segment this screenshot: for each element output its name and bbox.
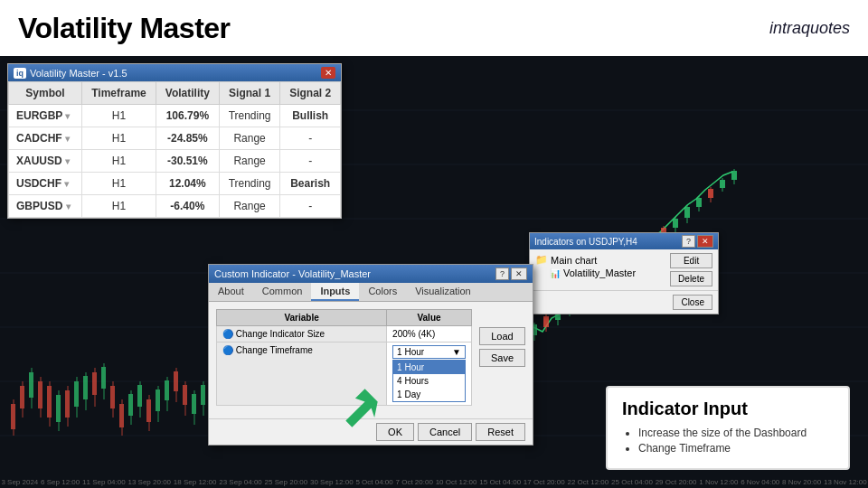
titlebar-left: iq Volatility Master - v1.5 bbox=[14, 68, 127, 79]
tl-3: 11 Sep 04:00 bbox=[82, 478, 126, 486]
info-box: Indicator Input Increase the size of the… bbox=[606, 386, 850, 470]
dropdown-option-4hours[interactable]: 4 Hours bbox=[393, 374, 465, 388]
col-timeframe: Timeframe bbox=[82, 82, 156, 105]
svg-rect-55 bbox=[38, 381, 42, 408]
cancel-button[interactable]: Cancel bbox=[418, 423, 472, 441]
tree-item-volatility[interactable]: 📊 Volatility_Master bbox=[535, 267, 666, 279]
signal2-cell: - bbox=[280, 150, 341, 173]
signal2-cell: Bearish bbox=[280, 173, 341, 195]
symbol-cell: GBPUSD ▾ bbox=[9, 195, 82, 218]
timeframe-cell: H1 bbox=[82, 150, 156, 173]
dropdown-cell[interactable]: 1 Hour ▼ 1 Hour 4 Hours 1 Day bbox=[387, 343, 472, 406]
custom-title: Custom Indicator - Volatility_Master bbox=[214, 268, 371, 279]
value-cell[interactable]: 200% (4K) bbox=[387, 326, 472, 343]
signal1-cell: Range bbox=[219, 150, 280, 173]
svg-rect-47 bbox=[731, 171, 737, 180]
tl-18: 6 Nov 04:00 bbox=[741, 478, 779, 486]
custom-close-btn[interactable]: ✕ bbox=[511, 267, 527, 280]
svg-rect-75 bbox=[128, 394, 133, 416]
svg-rect-51 bbox=[20, 386, 24, 408]
timeline-labels: 3 Sep 2024 6 Sep 12:00 11 Sep 04:00 13 S… bbox=[0, 478, 868, 486]
reset-button[interactable]: Reset bbox=[476, 423, 525, 441]
file-icon: 📊 bbox=[550, 268, 561, 278]
save-button[interactable]: Save bbox=[479, 349, 525, 367]
help-btn[interactable]: ? bbox=[495, 267, 509, 280]
indicators-footer: Close bbox=[530, 290, 718, 314]
timeframe-cell: H1 bbox=[82, 173, 156, 195]
edit-button[interactable]: Edit bbox=[670, 253, 712, 268]
col-symbol: Symbol bbox=[9, 82, 82, 105]
tab-visualization[interactable]: Visualization bbox=[406, 283, 480, 301]
volatility-cell: -6.40% bbox=[156, 195, 219, 218]
col-signal2: Signal 2 bbox=[280, 82, 341, 105]
close-button[interactable]: ✕ bbox=[321, 67, 335, 79]
variable-cell: 🔵 Change Indicator Size bbox=[217, 326, 387, 343]
signal2-cell: - bbox=[280, 195, 341, 218]
tab-common[interactable]: Common bbox=[253, 283, 312, 301]
svg-marker-131 bbox=[339, 389, 383, 433]
svg-rect-65 bbox=[83, 376, 88, 399]
tl-12: 15 Oct 04:00 bbox=[479, 478, 521, 486]
info-item-1: Increase the size of the Dashboard bbox=[638, 427, 834, 439]
dropdown-option-1day[interactable]: 1 Day bbox=[393, 388, 465, 401]
indicators-close-btn[interactable]: ✕ bbox=[697, 235, 713, 248]
info-item-2: Change Timeframe bbox=[638, 442, 834, 455]
tl-6: 23 Sep 04:00 bbox=[219, 478, 262, 486]
tree-item-main: 📁 Main chart bbox=[535, 253, 666, 267]
symbol-cell: XAUUSD ▾ bbox=[9, 150, 82, 173]
custom-titlebar[interactable]: Custom Indicator - Volatility_Master ? ✕ bbox=[209, 265, 533, 283]
tl-14: 22 Oct 12:00 bbox=[567, 478, 609, 486]
tl-16: 29 Oct 20:00 bbox=[656, 478, 697, 486]
dropdown-arrow: ▼ bbox=[452, 347, 461, 357]
symbol-cell: CADCHF ▾ bbox=[9, 127, 82, 150]
dropdown-box[interactable]: 1 Hour ▼ bbox=[392, 345, 466, 359]
tl-8: 30 Sep 12:00 bbox=[310, 478, 354, 486]
table-row: GBPUSD ▾ H1 -6.40% Range - bbox=[9, 195, 341, 218]
tl-11: 10 Oct 12:00 bbox=[436, 478, 477, 486]
svg-rect-83 bbox=[165, 380, 169, 400]
volatility-cell: 12.04% bbox=[156, 173, 219, 195]
tl-20: 13 Nov 12:00 bbox=[824, 478, 867, 486]
svg-rect-67 bbox=[92, 372, 97, 395]
symbol-cell: USDCHF ▾ bbox=[9, 173, 82, 195]
svg-rect-73 bbox=[119, 404, 124, 427]
indicator-tree: 📁 Main chart 📊 Volatility_Master bbox=[535, 253, 666, 279]
load-button[interactable]: Load bbox=[479, 327, 525, 345]
dropdown-value: 1 Hour bbox=[397, 347, 424, 357]
brand-label: intraquotes bbox=[769, 19, 850, 38]
tl-4: 13 Sep 20:00 bbox=[127, 478, 171, 486]
symbol-cell: EURGBP ▾ bbox=[9, 105, 82, 127]
signal1-cell: Trending bbox=[219, 173, 280, 195]
row-icon2: 🔵 bbox=[222, 345, 233, 355]
svg-rect-89 bbox=[192, 394, 196, 414]
custom-titlebar-buttons: ? ✕ bbox=[495, 267, 527, 280]
custom-tabs: About Common Inputs Colors Visualization bbox=[209, 283, 533, 302]
main-table-titlebar[interactable]: iq Volatility Master - v1.5 ✕ bbox=[8, 64, 341, 81]
close-btn[interactable]: Close bbox=[673, 295, 712, 310]
indicators-help-btn[interactable]: ? bbox=[682, 235, 695, 248]
tab-inputs[interactable]: Inputs bbox=[311, 283, 359, 301]
page-title: Volatility Master bbox=[18, 12, 231, 45]
signal2-cell: Bullish bbox=[280, 105, 341, 127]
indicators-titlebar[interactable]: Indicators on USDJPY,H4 ? ✕ bbox=[530, 233, 718, 249]
signal1-cell: Range bbox=[219, 195, 280, 218]
volatility-cell: 106.79% bbox=[156, 105, 219, 127]
dropdown-list: 1 Hour 4 Hours 1 Day bbox=[392, 360, 466, 402]
window-title: Volatility Master - v1.5 bbox=[30, 68, 127, 79]
tab-colors[interactable]: Colors bbox=[359, 283, 406, 301]
col-volatility: Volatility bbox=[156, 82, 219, 105]
tree-volatility-label: Volatility_Master bbox=[563, 267, 636, 278]
svg-rect-59 bbox=[56, 395, 61, 422]
table-row: EURGBP ▾ H1 106.79% Trending Bullish bbox=[9, 105, 341, 127]
main-table-window: iq Volatility Master - v1.5 ✕ Symbol Tim… bbox=[7, 63, 342, 219]
info-box-title: Indicator Input bbox=[622, 399, 834, 419]
delete-button[interactable]: Delete bbox=[670, 271, 712, 286]
table-row: USDCHF ▾ H1 12.04% Trending Bearish bbox=[9, 173, 341, 195]
svg-rect-53 bbox=[29, 372, 33, 398]
dropdown-option-1hour[interactable]: 1 Hour bbox=[393, 361, 465, 374]
timeframe-cell: H1 bbox=[82, 195, 156, 218]
volatility-cell: -30.51% bbox=[156, 150, 219, 173]
svg-rect-61 bbox=[65, 390, 70, 418]
svg-rect-49 bbox=[11, 404, 15, 429]
tab-about[interactable]: About bbox=[209, 283, 253, 301]
